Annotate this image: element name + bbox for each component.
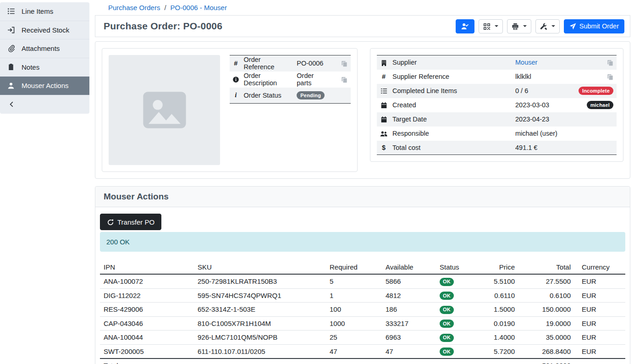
chevron-down-icon [495,25,498,27]
table-row: RES-429006 652-3314Z-1-503E 100 186 OK 1… [100,303,625,317]
cell-price: 5.5100 [482,274,518,288]
cell-sku: 250-72981KLRATR150B3 [194,274,326,288]
order-details-panel: # Order Reference PO-0006 Order Descript… [95,41,630,179]
table-row: CAP-043046 810-C1005X7R1H104M 1000 33321… [100,316,625,331]
breadcrumb-link-current-order[interactable]: PO-0006 - Mouser [171,4,227,11]
column-header-total: Total [518,260,574,274]
supplier-detail-table: Supplier Mouser # Supplier Reference lkl… [377,55,617,155]
supplier-details-card: Supplier Mouser # Supplier Reference lkl… [370,48,623,162]
detail-label: Target Date [391,112,513,127]
sidebar: Line Items Received Stock Attachments No… [0,0,89,364]
user-icon [7,82,15,89]
column-header-sku: SKU [194,260,326,274]
app-window: Line Items Received Stock Attachments No… [0,0,634,364]
main-content: Purchase Orders / PO-0006 - Mouser Purch… [89,0,634,364]
status-badge: Pending [297,91,325,99]
cell-sku: 595-SN74HCS74QPWRQ1 [194,288,326,303]
line-items-table: IPN SKU Required Available Status Price … [100,260,625,364]
note-icon [7,63,15,71]
detail-value: 491.1 € [513,141,577,155]
assign-user-button[interactable] [456,19,474,33]
cell-ipn: ANA-100072 [100,274,194,288]
table-row: SWT-200005 611-110.107.011/0205 47 47 OK… [100,344,625,358]
cell-sku: 652-3314Z-1-503E [194,303,326,317]
image-placeholder-icon [139,84,190,136]
sidebar-menu: Line Items Received Stock Attachments No… [0,2,89,114]
breadcrumb-link-purchase-orders[interactable]: Purchase Orders [108,4,160,11]
panel-body: Transfer PO 200 OK IPN SKU Required Avai… [95,207,630,364]
chevron-down-icon [523,25,527,27]
column-header-required: Required [326,260,382,274]
detail-label: Created [391,98,513,112]
footer-label: Total [100,358,194,364]
sign-in-icon [7,26,15,34]
paperclip-icon [7,44,15,52]
hash-icon: # [230,55,242,72]
detail-label: Order Description [242,72,295,88]
sidebar-item-label: Mouser Actions [22,82,69,89]
cell-ipn: CAP-043046 [100,316,194,331]
cell-price: 0.0190 [482,316,518,331]
refresh-icon [107,218,114,226]
sidebar-item-line-items[interactable]: Line Items [0,2,89,21]
submit-order-button[interactable]: Submit Order [564,19,624,33]
sidebar-collapse-button[interactable] [0,95,89,114]
printer-icon [512,22,519,30]
order-actions-button[interactable] [535,19,560,33]
order-detail-table: # Order Reference PO-0006 Order Descript… [230,55,351,104]
table-row: DIG-112022 595-SN74HCS74QPWRQ1 1 4812 OK… [100,288,625,303]
table-footer-row: Total 501.0000 [100,358,625,364]
cell-total: 0.6100 [518,288,574,303]
order-image[interactable] [109,55,220,165]
ok-badge: OK [440,320,454,328]
copy-button[interactable] [607,74,613,80]
footer-total: 501.0000 [518,358,574,364]
page-title: Purchase Order: PO-0006 [104,21,222,32]
sidebar-item-attachments[interactable]: Attachments [0,39,89,58]
cell-required: 1 [326,288,382,303]
chevron-down-icon [551,25,555,27]
sidebar-item-notes[interactable]: Notes [0,58,89,77]
sidebar-item-received-stock[interactable]: Received Stock [0,21,89,40]
dollar-icon: $ [377,141,391,155]
sidebar-item-label: Received Stock [22,26,69,34]
cell-currency: EUR [574,288,625,303]
copy-button[interactable] [341,77,347,83]
detail-row-supplier: Supplier Mouser [377,55,617,70]
detail-value: Order parts [295,72,326,88]
cell-ipn: ANA-100044 [100,331,194,345]
cell-required: 47 [326,344,382,358]
print-actions-button[interactable] [507,19,531,33]
ok-badge: OK [440,278,454,286]
detail-value: PO-0006 [295,55,326,72]
copy-button[interactable] [607,60,613,66]
cell-currency: EUR [574,303,625,317]
detail-label: Responsible [391,127,513,141]
supplier-link[interactable]: Mouser [515,59,537,66]
cell-available: 186 [382,303,436,317]
column-header-available: Available [382,260,436,274]
table-header-row: IPN SKU Required Available Status Price … [100,260,625,274]
sidebar-item-mouser-actions[interactable]: Mouser Actions [0,77,89,95]
transfer-po-button[interactable]: Transfer PO [100,214,161,230]
detail-row-order-reference: # Order Reference PO-0006 [230,55,351,72]
barcode-actions-button[interactable] [479,19,503,33]
order-summary-card: # Order Reference PO-0006 Order Descript… [102,48,358,172]
detail-row-target-date: Target Date 2023-04-23 [377,112,617,127]
user-check-icon [461,22,469,30]
header-actions: Submit Order [456,19,624,33]
breadcrumb-separator: / [164,4,166,11]
calendar-icon [377,112,391,127]
copy-button[interactable] [341,61,347,67]
detail-label: Total cost [391,141,513,155]
detail-row-total-cost: $ Total cost 491.1 € [377,141,617,155]
hash-icon: # [377,70,391,84]
cell-available: 6963 [382,331,436,345]
paper-plane-icon [569,22,576,30]
detail-value: 0 / 6 [513,84,577,98]
detail-row-completed-line-items: Completed Line Items 0 / 6 Incomplete [377,84,617,98]
page-header: Purchase Order: PO-0006 [95,15,630,37]
detail-value: 2023-04-23 [513,112,577,127]
cell-required: 100 [326,303,382,317]
cell-available: 5866 [382,274,436,288]
